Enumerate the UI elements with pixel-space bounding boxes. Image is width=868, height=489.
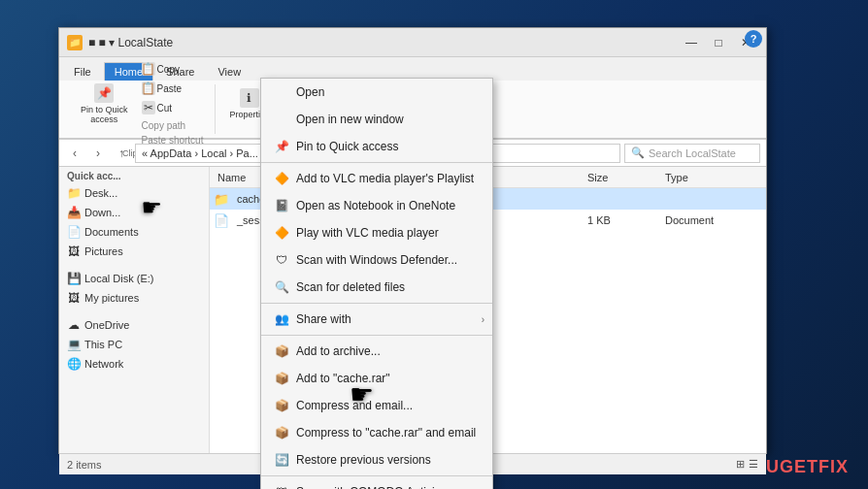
scan-deleted-icon: 🔍 <box>273 278 290 296</box>
separator-4 <box>261 475 492 476</box>
ctx-open-new-window[interactable]: Open in new window <box>261 106 492 133</box>
tab-view[interactable]: View <box>207 62 251 81</box>
paste-icon: 📋 <box>142 82 155 95</box>
share-icon: 👥 <box>273 310 290 328</box>
documents-icon: 📄 <box>67 225 81 239</box>
ctx-windows-defender[interactable]: 🛡 Scan with Windows Defender... <box>261 246 492 274</box>
pin-icon: 📌 <box>94 83 114 103</box>
ctx-add-archive[interactable]: 📦 Add to archive... <box>261 338 492 365</box>
title-bar: 📁 ■ ■ ▾ LocalState — □ ✕ <box>59 28 766 57</box>
window-title: ■ ■ ▾ LocalState <box>88 36 679 49</box>
help-button[interactable]: ? <box>745 30 762 48</box>
sidebar: Quick acc... 📁 Desk... 📥 Down... 📄 Docum… <box>59 167 210 453</box>
pin-button[interactable]: 📌 Pin to Quick access <box>75 82 134 126</box>
network-icon: 🌐 <box>67 357 81 371</box>
sidebar-item-local-disk[interactable]: 💾 Local Disk (E:) <box>59 269 209 288</box>
back-button[interactable]: ‹ <box>65 144 84 163</box>
sidebar-item-desktop[interactable]: 📁 Desk... <box>59 183 209 203</box>
ctx-scan-deleted[interactable]: 🔍 Scan for deleted files <box>261 274 492 301</box>
maximize-button[interactable]: □ <box>706 33 731 52</box>
desktop-icon: 📁 <box>67 186 81 200</box>
ctx-compress-email[interactable]: 📦 Compress and email... <box>261 392 492 419</box>
vlc-icon: 🔶 <box>273 170 290 187</box>
view-tiles-button[interactable]: ⊞ <box>736 458 745 471</box>
ctx-onenote[interactable]: 📓 Open as Notebook in OneNote <box>261 192 492 219</box>
vlc-play-icon: 🔶 <box>273 224 290 242</box>
search-icon: 🔍 <box>631 147 645 159</box>
open-new-window-icon <box>273 111 290 128</box>
downloads-icon: 📥 <box>67 206 81 219</box>
ctx-restore-versions[interactable]: 🔄 Restore previous versions <box>261 446 492 473</box>
watermark: UGETFIX <box>766 457 849 477</box>
copy-button[interactable]: 📋 Copy <box>138 61 208 79</box>
this-pc-icon: 💻 <box>67 338 81 351</box>
comodo-icon: 🛡 <box>273 483 290 489</box>
cut-icon: ✂ <box>142 101 155 114</box>
onenote-icon: 📓 <box>273 197 290 214</box>
compress-email-icon: 📦 <box>273 397 290 414</box>
col-size-header[interactable]: Size <box>587 172 665 183</box>
watermark-prefix: UG <box>766 457 794 476</box>
ctx-share-with[interactable]: 👥 Share with › <box>261 306 492 333</box>
my-pictures-icon: 🖼 <box>67 291 81 305</box>
ctx-compress-rar-email[interactable]: 📦 Compress to "cache.rar" and email <box>261 419 492 446</box>
compress-rar-email-icon: 📦 <box>273 424 290 441</box>
view-list-button[interactable]: ☰ <box>749 458 758 471</box>
ctx-pin-quick-access[interactable]: 📌 Pin to Quick access <box>261 133 492 160</box>
ctx-comodo[interactable]: 🛡 Scan with COMODO Antivirus <box>261 478 492 489</box>
folder-icon: 📁 <box>214 191 229 207</box>
watermark-suffix: FIX <box>818 457 849 476</box>
col-type-header[interactable]: Type <box>665 172 762 183</box>
cut-button[interactable]: ✂ Cut <box>138 100 208 117</box>
archive-icon: 📦 <box>273 342 290 360</box>
local-disk-icon: 💾 <box>67 272 81 285</box>
onedrive-icon: ☁ <box>67 318 81 332</box>
open-icon <box>273 83 290 101</box>
minimize-button[interactable]: — <box>679 33 704 52</box>
copy-path-button[interactable]: Copy path <box>138 119 208 132</box>
context-menu: Open Open in new window 📌 Pin to Quick a… <box>260 78 493 489</box>
pin-quick-access-icon: 📌 <box>273 138 290 155</box>
sidebar-item-documents[interactable]: 📄 Documents <box>59 222 209 242</box>
separator-2 <box>261 303 492 304</box>
sidebar-item-this-pc[interactable]: 💻 This PC <box>59 335 209 354</box>
restore-icon: 🔄 <box>273 451 290 469</box>
window-icon: 📁 <box>67 35 83 50</box>
sidebar-item-downloads[interactable]: 📥 Down... <box>59 203 209 222</box>
up-button[interactable]: ↑ <box>112 144 131 163</box>
ctx-vlc-play[interactable]: 🔶 Play with VLC media player <box>261 219 492 246</box>
sidebar-item-network[interactable]: 🌐 Network <box>59 354 209 374</box>
separator-3 <box>261 335 492 336</box>
sidebar-item-my-pictures[interactable]: 🖼 My pictures <box>59 288 209 308</box>
watermark-highlight: ET <box>794 457 818 476</box>
pictures-icon: 🖼 <box>67 244 81 258</box>
ctx-vlc-playlist[interactable]: 🔶 Add to VLC media player's Playlist <box>261 165 492 192</box>
share-arrow: › <box>482 314 484 325</box>
search-box[interactable]: 🔍 Search LocalState <box>624 144 760 163</box>
paste-button[interactable]: 📋 Paste <box>138 81 208 98</box>
separator-1 <box>261 162 492 163</box>
rar-icon: 📦 <box>273 370 290 387</box>
ctx-add-cache-rar[interactable]: 📦 Add to "cache.rar" <box>261 365 492 392</box>
file-icon: 📄 <box>214 212 229 228</box>
properties-icon: ℹ <box>240 88 259 108</box>
quick-access-label: Quick acc... <box>59 167 209 183</box>
clipboard-group: 📌 Pin to Quick access 📋 Copy 📋 Paste <box>67 84 216 134</box>
sidebar-item-pictures[interactable]: 🖼 Pictures <box>59 242 209 261</box>
item-count: 2 items <box>67 459 101 471</box>
ctx-open[interactable]: Open <box>261 79 492 106</box>
defender-icon: 🛡 <box>273 251 290 269</box>
copy-icon: 📋 <box>142 62 155 76</box>
forward-button[interactable]: › <box>88 144 108 163</box>
sidebar-item-onedrive[interactable]: ☁ OneDrive <box>59 315 209 335</box>
